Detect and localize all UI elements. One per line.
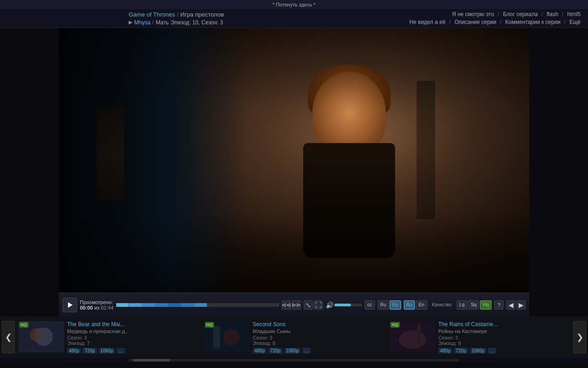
- flash-link[interactable]: flash: [547, 11, 558, 17]
- episode-thumb-2: HQ: [204, 321, 250, 352]
- ep-link-more-3[interactable]: …: [488, 348, 496, 354]
- prev-screen-button[interactable]: ◀: [506, 300, 515, 310]
- svg-point-7: [399, 330, 426, 349]
- episode-subtitle: Мать: [156, 19, 169, 26]
- seg-rest: [207, 303, 279, 307]
- ep-link-more-2[interactable]: …: [302, 348, 311, 354]
- audio-ru-button[interactable]: Ru: [404, 300, 415, 310]
- show-title-ru: Игра престолов: [181, 11, 224, 18]
- header: Game of Thrones / Игра престолов ▶ Mhysa…: [0, 9, 588, 28]
- hq-badge-2: HQ: [205, 322, 214, 328]
- subtitle-en-button[interactable]: En: [390, 300, 401, 310]
- carousel-next-button[interactable]: ❯: [573, 321, 586, 353]
- cc-button[interactable]: сс: [365, 300, 375, 310]
- carousel-items: HQ The Bear and the Mai... Медведь и пре…: [17, 321, 571, 354]
- quality-lq-button[interactable]: Lq: [457, 300, 467, 310]
- volume-control: 🔊: [326, 301, 362, 309]
- episode-icon: ▶: [129, 19, 132, 25]
- volume-icon[interactable]: 🔊: [326, 301, 334, 309]
- play-button[interactable]: [62, 298, 77, 312]
- more-link[interactable]: Ещё: [569, 19, 581, 25]
- episode-thumb-3: HQ: [390, 321, 435, 352]
- show-title-link[interactable]: Game of Thrones: [129, 11, 175, 18]
- episode-info-2: Second Sons Младшие Сыны Сезон: 3 Эпизод…: [253, 321, 384, 354]
- screen-nav-buttons: ◀ ▶: [506, 300, 526, 310]
- scrollbar-track[interactable]: [129, 359, 459, 362]
- div4: /: [449, 19, 451, 25]
- carousel-item-1[interactable]: HQ The Bear and the Mai... Медведь и пре…: [17, 321, 200, 354]
- scrollbar-thumb[interactable]: [133, 359, 170, 362]
- ep-season-3: Сезон: 3 Эпизод: 9: [438, 335, 570, 346]
- video-scene: [59, 28, 529, 293]
- quality-label: Качество: [430, 300, 454, 310]
- scene-overlay: [59, 28, 529, 293]
- comments-link[interactable]: Комментарии к серии: [505, 19, 560, 25]
- div2: /: [542, 11, 543, 17]
- ep-link-1080-2[interactable]: 1080p: [284, 348, 301, 354]
- episode-title-link[interactable]: Mhysa: [134, 19, 150, 26]
- help-button[interactable]: ?: [494, 300, 503, 310]
- subtitle-wrap: сс: [365, 300, 375, 310]
- episode-info-3: The Rains of Castame... Рейны на Кастаме…: [438, 321, 570, 354]
- html5-link[interactable]: html5: [567, 11, 581, 17]
- episode-carousel: ❮ HQ The Bear and the Mai... Медведь и п…: [0, 316, 588, 358]
- ep-separator: /: [152, 19, 154, 26]
- skip-back-button[interactable]: ⊲⊲: [282, 300, 291, 310]
- fullscreen-button[interactable]: ⛶: [314, 300, 323, 310]
- quality-sq-button[interactable]: Sq: [468, 300, 479, 310]
- ep-season-2: Сезон: 3 Эпизод: 8: [253, 335, 384, 346]
- progress-segments: [116, 303, 279, 307]
- skip-forward-button[interactable]: ⊳⊳: [292, 300, 301, 310]
- ep-link-1080-3[interactable]: 1080p: [470, 348, 486, 354]
- seg-3: [142, 303, 155, 307]
- audio-en-button[interactable]: En: [416, 300, 427, 310]
- seg-7: [194, 303, 207, 307]
- ep-link-480-1[interactable]: 480p: [67, 348, 81, 354]
- carousel-next-icon: ❯: [577, 332, 583, 342]
- drag-bar[interactable]: * Потянуть здесь *: [0, 0, 588, 9]
- carousel-item-2[interactable]: HQ Second Sons Младшие Сыны Сезон: 3 Эпи…: [202, 321, 386, 354]
- time-separator: из: [94, 305, 99, 310]
- ep-links-3: 480p 720p 1080p …: [438, 348, 570, 354]
- ep-season-1: Сезон: 3 Эпизод: 7: [67, 335, 198, 346]
- screen-size-buttons: ⤡ ⛶: [304, 300, 323, 310]
- seg-1: [116, 303, 129, 307]
- not-seen-link[interactable]: Не видел а её: [409, 19, 446, 25]
- time-total: 62:44: [101, 305, 113, 310]
- ep-link-1080-1[interactable]: 1080p: [99, 348, 115, 354]
- quality-hq-button[interactable]: Hq: [480, 300, 492, 310]
- seg-6: [181, 303, 194, 307]
- ep-link-480-2[interactable]: 480p: [253, 348, 266, 354]
- resize-button[interactable]: ⤡: [304, 300, 313, 310]
- ep-link-720-1[interactable]: 720p: [83, 348, 96, 354]
- ep-subtitle-1: Медведь и прекрасная д...: [67, 328, 198, 334]
- ep-link-more-1[interactable]: …: [117, 348, 125, 354]
- ep-title-3: The Rains of Castame...: [438, 321, 570, 328]
- time-current: 00:00: [80, 305, 93, 310]
- subtitle-ru-button[interactable]: Ru: [378, 300, 389, 310]
- skip-arrows: ⊲⊲ ⊳⊳: [282, 300, 301, 310]
- ep-link-720-2[interactable]: 720p: [268, 348, 282, 354]
- carousel-item-3[interactable]: HQ The Rains of Castame... Рейны на Каст…: [388, 321, 571, 354]
- episode-thumb-1: HQ: [18, 321, 64, 352]
- ep-link-720-3[interactable]: 720p: [454, 348, 468, 354]
- episode-row: ▶ Mhysa / Мать Эпизод: 10, Сезон: 3: [129, 19, 224, 26]
- carousel-prev-button[interactable]: ❮: [2, 321, 15, 353]
- ep-link-480-3[interactable]: 480p: [438, 348, 452, 354]
- video-container: Просмотрено: 00:00 из 62:44 ⊲⊲ ⊳⊳: [59, 28, 529, 316]
- next-screen-button[interactable]: ▶: [516, 300, 526, 310]
- svg-rect-4: [213, 326, 220, 349]
- description-link[interactable]: Описание серии: [454, 19, 496, 25]
- volume-bar[interactable]: [334, 304, 362, 306]
- video-screen[interactable]: [59, 28, 529, 293]
- ep-title-1: The Bear and the Mai...: [67, 321, 198, 328]
- blog-link[interactable]: Блог сериала: [503, 11, 538, 17]
- seg-5: [168, 303, 181, 307]
- header-links-bottom: Не видел а её / Описание серии / Коммент…: [409, 19, 581, 25]
- not-watching-link[interactable]: Я не смотрю это: [452, 11, 494, 17]
- seg-2: [129, 303, 142, 307]
- title-separator: /: [177, 11, 179, 18]
- progress-bar[interactable]: [116, 303, 279, 307]
- quality-group: Lq Sq Hq: [457, 300, 492, 310]
- svg-point-5: [223, 329, 240, 345]
